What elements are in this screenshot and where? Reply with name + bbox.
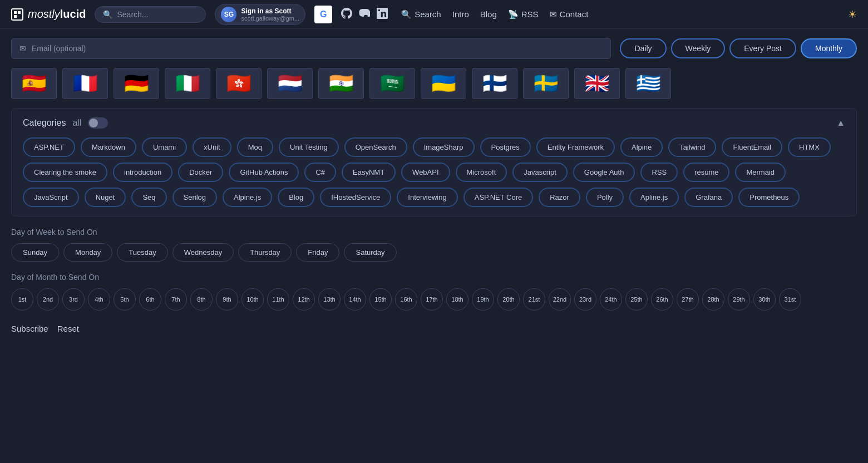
subscribe-button[interactable]: Subscribe bbox=[11, 324, 48, 333]
day-friday[interactable]: Friday bbox=[296, 243, 339, 262]
tag-postgres[interactable]: Postgres bbox=[480, 137, 531, 157]
freq-btn-weekly[interactable]: Weekly bbox=[671, 38, 726, 58]
month-day-31st[interactable]: 31st bbox=[779, 288, 801, 311]
tag-easynmt[interactable]: EasyNMT bbox=[342, 162, 396, 182]
github-icon[interactable] bbox=[341, 8, 352, 21]
month-day-10th[interactable]: 10th bbox=[241, 288, 264, 311]
tag-github-actions[interactable]: GitHub Actions bbox=[229, 162, 299, 182]
tag-introduction[interactable]: introduction bbox=[113, 162, 172, 182]
month-day-25th[interactable]: 25th bbox=[625, 288, 648, 311]
tag-umami[interactable]: Umami bbox=[142, 137, 187, 157]
search-input[interactable] bbox=[117, 10, 198, 19]
flag-hong kong[interactable]: 🇭🇰 bbox=[216, 68, 262, 99]
month-day-30th[interactable]: 30th bbox=[753, 288, 776, 311]
theme-toggle[interactable]: ☀ bbox=[848, 8, 857, 21]
tag-rss[interactable]: RSS bbox=[640, 162, 678, 182]
user-area[interactable]: SG Sign in as Scott scott.galloway@gm... bbox=[215, 4, 305, 25]
flag-arabic[interactable]: 🇸🇦 bbox=[369, 68, 415, 99]
tag-microsoft[interactable]: Microsoft bbox=[456, 162, 507, 182]
tag-fluentemail[interactable]: FluentEmail bbox=[722, 137, 782, 157]
day-saturday[interactable]: Saturday bbox=[344, 243, 396, 262]
flag-dutch[interactable]: 🇳🇱 bbox=[267, 68, 313, 99]
tag-nuget[interactable]: Nuget bbox=[85, 188, 126, 207]
freq-btn-every-post[interactable]: Every Post bbox=[729, 38, 796, 58]
month-day-20th[interactable]: 20th bbox=[497, 288, 520, 311]
tag-docker[interactable]: Docker bbox=[178, 162, 223, 182]
nav-intro[interactable]: Intro bbox=[452, 9, 469, 19]
nav-contact[interactable]: ✉ Contact bbox=[550, 9, 589, 19]
freq-btn-monthly[interactable]: Monthly bbox=[801, 38, 857, 58]
email-input[interactable] bbox=[32, 44, 603, 53]
mastodon-icon[interactable] bbox=[359, 8, 370, 21]
tag-webapi[interactable]: WebAPI bbox=[401, 162, 450, 182]
tag-entity-framework[interactable]: Entity Framework bbox=[536, 137, 615, 157]
month-day-3rd[interactable]: 3rd bbox=[62, 288, 85, 311]
categories-toggle[interactable] bbox=[88, 117, 108, 129]
tag-prometheus[interactable]: Prometheus bbox=[738, 188, 800, 207]
month-day-6th[interactable]: 6th bbox=[139, 288, 161, 311]
tag-ihostedservice[interactable]: IHostedService bbox=[320, 188, 391, 207]
month-day-17th[interactable]: 17th bbox=[421, 288, 443, 311]
tag-c-[interactable]: C# bbox=[304, 162, 336, 182]
month-day-12th[interactable]: 12th bbox=[293, 288, 315, 311]
month-day-23rd[interactable]: 23rd bbox=[574, 288, 596, 311]
flag-ukrainian[interactable]: 🇺🇦 bbox=[421, 68, 466, 99]
tag-moq[interactable]: Moq bbox=[237, 137, 273, 157]
email-input-wrapper[interactable]: ✉ bbox=[11, 38, 611, 59]
nav-rss[interactable]: 📡 RSS bbox=[508, 9, 539, 19]
tag-interviewing[interactable]: Interviewing bbox=[397, 188, 457, 207]
tag-alpine-js[interactable]: Alpine.js bbox=[223, 188, 272, 207]
tag-asp-net-core[interactable]: ASP.NET Core bbox=[463, 188, 534, 207]
linkedin-icon[interactable] bbox=[377, 8, 388, 21]
month-day-1st[interactable]: 1st bbox=[11, 288, 33, 311]
day-monday[interactable]: Monday bbox=[63, 243, 112, 262]
month-day-21st[interactable]: 21st bbox=[523, 288, 545, 311]
day-thursday[interactable]: Thursday bbox=[238, 243, 292, 262]
tag-markdown[interactable]: Markdown bbox=[81, 137, 136, 157]
categories-chevron[interactable]: ▲ bbox=[836, 118, 845, 128]
flag-french[interactable]: 🇫🇷 bbox=[62, 68, 108, 99]
tag-blog[interactable]: Blog bbox=[278, 188, 314, 207]
month-day-4th[interactable]: 4th bbox=[88, 288, 110, 311]
month-day-22nd[interactable]: 22nd bbox=[549, 288, 571, 311]
month-day-16th[interactable]: 16th bbox=[395, 288, 417, 311]
tag-serilog[interactable]: Serilog bbox=[172, 188, 217, 207]
month-day-9th[interactable]: 9th bbox=[216, 288, 238, 311]
flag-finnish[interactable]: 🇫🇮 bbox=[472, 68, 517, 99]
month-day-28th[interactable]: 28th bbox=[702, 288, 724, 311]
flag-swedish[interactable]: 🇸🇪 bbox=[523, 68, 569, 99]
tag-apline-js[interactable]: Apline.js bbox=[629, 188, 679, 207]
reset-button[interactable]: Reset bbox=[57, 324, 79, 333]
month-day-27th[interactable]: 27th bbox=[677, 288, 699, 311]
month-day-8th[interactable]: 8th bbox=[190, 288, 213, 311]
tag-grafana[interactable]: Grafana bbox=[684, 188, 733, 207]
tag-javascript[interactable]: JavaScript bbox=[23, 188, 79, 207]
tag-google-auth[interactable]: Google Auth bbox=[573, 162, 635, 182]
flag-indian[interactable]: 🇮🇳 bbox=[318, 68, 364, 99]
month-day-2nd[interactable]: 2nd bbox=[37, 288, 59, 311]
tag-javascript[interactable]: Javascript bbox=[512, 162, 568, 182]
flag-italian[interactable]: 🇮🇹 bbox=[165, 68, 210, 99]
search-bar[interactable]: 🔍 bbox=[95, 6, 206, 23]
month-day-11th[interactable]: 11th bbox=[267, 288, 289, 311]
tag-razor[interactable]: Razor bbox=[539, 188, 580, 207]
tag-htmx[interactable]: HTMX bbox=[788, 137, 831, 157]
freq-btn-daily[interactable]: Daily bbox=[620, 38, 666, 58]
day-wednesday[interactable]: Wednesday bbox=[172, 243, 234, 262]
tag-unit-testing[interactable]: Unit Testing bbox=[279, 137, 339, 157]
month-day-18th[interactable]: 18th bbox=[446, 288, 468, 311]
tag-seq[interactable]: Seq bbox=[131, 188, 166, 207]
flag-german[interactable]: 🇩🇪 bbox=[114, 68, 159, 99]
nav-search[interactable]: 🔍 Search bbox=[401, 9, 441, 19]
month-day-7th[interactable]: 7th bbox=[165, 288, 187, 311]
flag-spanish[interactable]: 🇪🇸 bbox=[11, 68, 57, 99]
tag-asp-net[interactable]: ASP.NET bbox=[23, 137, 75, 157]
logo[interactable]: mostlylucid bbox=[11, 8, 86, 21]
day-tuesday[interactable]: Tuesday bbox=[117, 243, 167, 262]
month-day-15th[interactable]: 15th bbox=[369, 288, 392, 311]
tag-imagesharp[interactable]: ImageSharp bbox=[413, 137, 475, 157]
month-day-13th[interactable]: 13th bbox=[318, 288, 341, 311]
tag-xunit[interactable]: xUnit bbox=[193, 137, 231, 157]
month-day-19th[interactable]: 19th bbox=[472, 288, 494, 311]
month-day-26th[interactable]: 26th bbox=[651, 288, 673, 311]
